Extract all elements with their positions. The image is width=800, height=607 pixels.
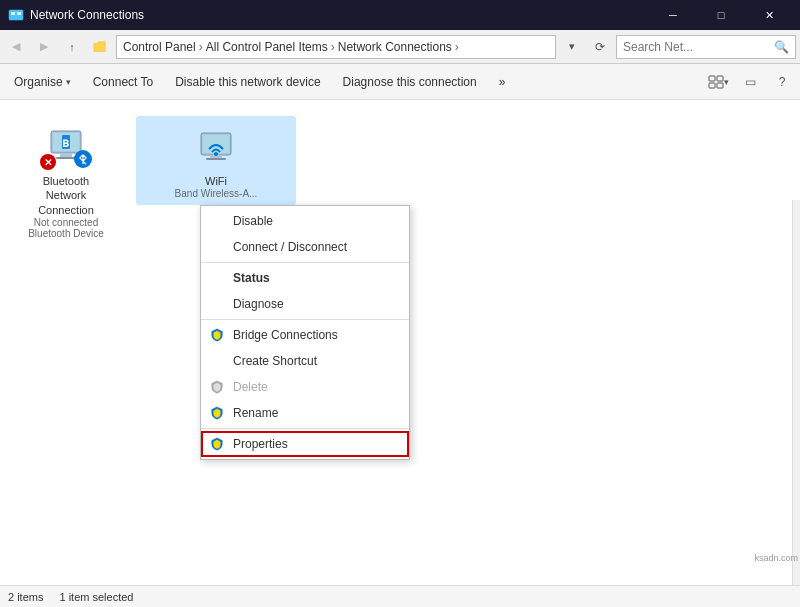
selected-count: 1 item selected [59, 591, 133, 603]
ctx-rename[interactable]: Rename [201, 400, 409, 426]
shield-icon-rename [209, 405, 225, 421]
svg-rect-4 [717, 76, 723, 81]
svg-rect-2 [17, 12, 21, 15]
minimize-button[interactable]: ─ [650, 0, 696, 30]
connect-to-button[interactable]: Connect To [83, 68, 164, 96]
wifi-icon-wrap [190, 122, 242, 170]
close-button[interactable]: ✕ [746, 0, 792, 30]
window-icon [8, 7, 24, 23]
ctx-properties[interactable]: Properties [201, 431, 409, 457]
diagnose-ctx-text: Diagnose [233, 297, 284, 311]
context-menu: Disable Connect / Disconnect Status Diag… [200, 205, 410, 460]
svg-text:ʙ: ʙ [62, 136, 69, 150]
up-button[interactable]: ↑ [60, 35, 84, 59]
svg-point-17 [214, 152, 218, 156]
ctx-separator-3 [201, 428, 409, 429]
back-button[interactable]: ◀ [4, 35, 28, 59]
refresh-button[interactable]: ⟳ [588, 35, 612, 59]
connect-to-label: Connect To [93, 75, 154, 89]
toolbar-right: ▾ ▭ ? [704, 68, 796, 96]
svg-rect-3 [709, 76, 715, 81]
properties-text: Properties [233, 437, 288, 451]
rename-text: Rename [233, 406, 278, 420]
forward-button[interactable]: ▶ [32, 35, 56, 59]
status-text: Status [233, 271, 270, 285]
content-area: ʙ ✕ Bluetooth Network Connection Not con… [0, 100, 800, 585]
organise-label: Organise [14, 75, 63, 89]
ctx-separator-1 [201, 262, 409, 263]
organise-button[interactable]: Organise ▾ [4, 68, 81, 96]
bt-network-status: Not connected [34, 217, 99, 228]
ctx-separator-2 [201, 319, 409, 320]
view-chevron: ▾ [724, 77, 729, 87]
organise-chevron: ▾ [66, 77, 71, 87]
path-part1: Control Panel [123, 40, 196, 54]
bridge-connections-text: Bridge Connections [233, 328, 338, 342]
bt-overlay [74, 150, 92, 168]
status-bar: 2 items 1 item selected [0, 585, 800, 607]
pane-button[interactable]: ▭ [736, 68, 764, 96]
bluetooth-network-item[interactable]: ʙ ✕ Bluetooth Network Connection Not con… [16, 116, 116, 245]
path-part2: All Control Panel Items [206, 40, 328, 54]
svg-rect-6 [717, 83, 723, 88]
scrollbar[interactable] [792, 200, 800, 607]
shield-icon-properties [209, 436, 225, 452]
svg-rect-16 [206, 158, 226, 160]
disable-label: Disable this network device [175, 75, 320, 89]
disable-text: Disable [233, 214, 273, 228]
wifi-network-name: WiFi [205, 174, 227, 188]
connect-disconnect-text: Connect / Disconnect [233, 240, 347, 254]
address-path[interactable]: Control Panel › All Control Panel Items … [116, 35, 556, 59]
toolbar: Organise ▾ Connect To Disable this netwo… [0, 64, 800, 100]
path-separator-3: › [455, 40, 459, 54]
shield-icon-bridge [209, 327, 225, 343]
ctx-delete: Delete [201, 374, 409, 400]
folder-icon [88, 35, 112, 59]
ctx-status[interactable]: Status [201, 265, 409, 291]
create-shortcut-text: Create Shortcut [233, 354, 317, 368]
help-button[interactable]: ? [768, 68, 796, 96]
items-count: 2 items [8, 591, 43, 603]
bt-network-name: Bluetooth Network Connection [22, 174, 110, 217]
bluetooth-icon-wrap: ʙ ✕ [40, 122, 92, 170]
ctx-diagnose[interactable]: Diagnose [201, 291, 409, 317]
watermark: ksadn.com [754, 553, 798, 563]
x-badge: ✕ [40, 154, 56, 170]
svg-rect-1 [11, 12, 15, 15]
ctx-disable[interactable]: Disable [201, 208, 409, 234]
wifi-icon [195, 125, 237, 167]
more-label: » [499, 75, 506, 89]
wifi-band: Band Wireless-A... [175, 188, 258, 199]
svg-rect-10 [56, 157, 76, 159]
path-part3: Network Connections [338, 40, 452, 54]
window-title: Network Connections [30, 8, 650, 22]
svg-rect-5 [709, 83, 715, 88]
ctx-create-shortcut[interactable]: Create Shortcut [201, 348, 409, 374]
svg-rect-9 [60, 153, 72, 157]
svg-rect-0 [9, 10, 23, 20]
shield-icon-delete [209, 379, 225, 395]
title-bar: Network Connections ─ □ ✕ [0, 0, 800, 30]
bt-device-type: Bluetooth Device [28, 228, 104, 239]
delete-text: Delete [233, 380, 268, 394]
diagnose-button[interactable]: Diagnose this connection [333, 68, 487, 96]
search-icon: 🔍 [774, 40, 789, 54]
wifi-network-item[interactable]: WiFi Band Wireless-A... [136, 116, 296, 205]
more-button[interactable]: » [489, 68, 516, 96]
diagnose-label: Diagnose this connection [343, 75, 477, 89]
dropdown-button[interactable]: ▾ [560, 35, 584, 59]
ctx-connect-disconnect[interactable]: Connect / Disconnect [201, 234, 409, 260]
search-input[interactable] [623, 40, 770, 54]
search-box[interactable]: 🔍 [616, 35, 796, 59]
ctx-bridge-connections[interactable]: Bridge Connections [201, 322, 409, 348]
path-separator-1: › [199, 40, 203, 54]
disable-button[interactable]: Disable this network device [165, 68, 330, 96]
address-bar: ◀ ▶ ↑ Control Panel › All Control Panel … [0, 30, 800, 64]
view-options-button[interactable]: ▾ [704, 68, 732, 96]
maximize-button[interactable]: □ [698, 0, 744, 30]
path-separator-2: › [331, 40, 335, 54]
window-controls: ─ □ ✕ [650, 0, 792, 30]
